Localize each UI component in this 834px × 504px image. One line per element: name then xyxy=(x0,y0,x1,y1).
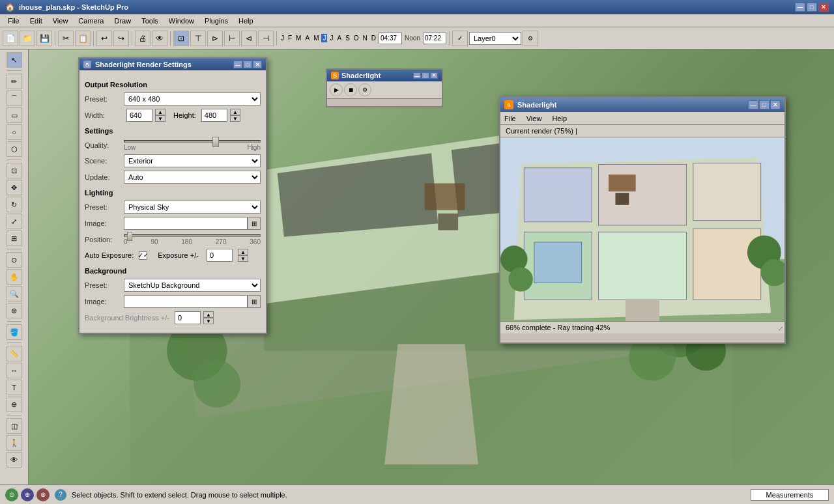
menu-help[interactable]: Help xyxy=(233,16,259,26)
shaderlight-mini-maximize[interactable]: □ xyxy=(422,72,429,79)
month-s[interactable]: S xyxy=(344,34,351,42)
timeline-time1[interactable] xyxy=(379,33,402,44)
minimize-button[interactable]: — xyxy=(795,3,805,12)
move-tool[interactable]: ✥ xyxy=(7,180,22,195)
view-right-button[interactable]: ⊢ xyxy=(224,31,240,46)
month-m[interactable]: M xyxy=(295,34,302,42)
circle-tool[interactable]: ○ xyxy=(7,124,22,140)
month-d[interactable]: D xyxy=(370,34,377,42)
status-icon-2[interactable]: ⊕ xyxy=(21,488,34,501)
width-down[interactable]: ▼ xyxy=(155,115,165,122)
polygon-tool[interactable]: ⬡ xyxy=(7,141,22,157)
print-button[interactable]: 🖨 xyxy=(135,31,151,46)
lighting-preset-select[interactable]: Physical Sky Artificial None xyxy=(124,201,261,214)
pencil-tool[interactable]: ✏ xyxy=(7,74,22,89)
view-iso-button[interactable]: ⊡ xyxy=(173,31,189,46)
axes-tool[interactable]: ⊕ xyxy=(7,397,22,412)
render-menu-help[interactable]: Help xyxy=(552,115,567,122)
menu-tools[interactable]: Tools xyxy=(136,16,164,26)
bg-brightness-up[interactable]: ▲ xyxy=(203,311,214,318)
pan-tool[interactable]: ✋ xyxy=(7,269,22,285)
month-a2[interactable]: A xyxy=(336,34,343,42)
redo-button[interactable]: ↪ xyxy=(113,31,129,46)
status-icon-3[interactable]: ⊗ xyxy=(36,488,50,501)
bg-brightness-input[interactable] xyxy=(175,311,201,324)
bg-browse-button[interactable]: ⊞ xyxy=(248,295,261,308)
cut-button[interactable]: ✂ xyxy=(58,31,74,46)
view-front-button[interactable]: ⊳ xyxy=(207,31,223,46)
push-pull-tool[interactable]: ⊡ xyxy=(7,163,22,178)
render-settings-close[interactable]: ✕ xyxy=(253,61,262,68)
dimension-tool[interactable]: ↔ xyxy=(7,363,22,378)
resolution-preset-select[interactable]: 640 x 480 800 x 600 1024 x 768 1280 x 72… xyxy=(124,92,261,105)
add-layer-button[interactable]: ⚙ xyxy=(523,31,538,46)
zoom-extents-tool[interactable]: ⊕ xyxy=(7,303,22,318)
undo-button[interactable]: ↩ xyxy=(96,31,112,46)
month-o[interactable]: O xyxy=(352,34,360,42)
position-slider-thumb[interactable] xyxy=(127,232,132,241)
render-menu-file[interactable]: File xyxy=(504,115,516,122)
height-down[interactable]: ▼ xyxy=(230,115,240,122)
update-select[interactable]: Auto Manual xyxy=(124,171,261,184)
layer-dropdown[interactable]: Layer0 xyxy=(469,32,521,45)
position-slider-track[interactable] xyxy=(124,234,261,237)
paint-bucket-tool[interactable]: 🪣 xyxy=(7,324,22,340)
open-button[interactable]: 📁 xyxy=(20,31,35,46)
print-preview-button[interactable]: 👁 xyxy=(152,31,167,46)
render-settings-minimize[interactable]: — xyxy=(233,61,242,68)
width-input[interactable] xyxy=(126,109,152,122)
orbit-tool[interactable]: ⊙ xyxy=(7,252,22,268)
text-tool[interactable]: T xyxy=(7,380,22,395)
view-top-button[interactable]: ⊤ xyxy=(190,31,206,46)
bg-image-input[interactable] xyxy=(124,295,248,308)
menu-camera[interactable]: Camera xyxy=(73,16,109,26)
main-render-minimize[interactable]: — xyxy=(748,100,758,109)
shaderlight-mini-close[interactable]: ✕ xyxy=(430,72,438,79)
render-menu-view[interactable]: View xyxy=(526,115,542,122)
render-play-button[interactable]: ▶ xyxy=(330,83,343,96)
tape-measure-tool[interactable]: 📏 xyxy=(7,346,22,361)
month-j3[interactable]: J xyxy=(328,34,334,42)
height-input[interactable] xyxy=(201,109,227,122)
rectangle-tool[interactable]: ▭ xyxy=(7,107,22,123)
quality-slider-track[interactable] xyxy=(124,140,261,143)
month-j[interactable]: J xyxy=(280,34,285,42)
height-up[interactable]: ▲ xyxy=(230,109,240,115)
bg-brightness-down[interactable]: ▼ xyxy=(203,318,214,324)
main-render-maximize[interactable]: □ xyxy=(759,100,769,109)
auto-exposure-checkbox[interactable]: ✓ xyxy=(139,251,147,260)
section-plane-tool[interactable]: ◫ xyxy=(7,418,22,434)
lighting-browse-button[interactable]: ⊞ xyxy=(248,217,261,230)
zoom-tool[interactable]: 🔍 xyxy=(7,286,22,301)
scene-select[interactable]: Exterior Interior xyxy=(124,154,261,167)
render-settings-maximize[interactable]: □ xyxy=(243,61,252,68)
menu-file[interactable]: File xyxy=(3,16,25,26)
main-render-close[interactable]: ✕ xyxy=(770,100,781,109)
width-up[interactable]: ▲ xyxy=(155,109,165,115)
view-back-button[interactable]: ⊲ xyxy=(241,31,257,46)
exposure-down[interactable]: ▼ xyxy=(238,255,248,262)
month-a1[interactable]: A xyxy=(304,34,311,42)
menu-view[interactable]: View xyxy=(48,16,74,26)
arc-tool[interactable]: ⌒ xyxy=(7,91,22,106)
exposure-input[interactable] xyxy=(207,249,233,262)
menu-draw[interactable]: Draw xyxy=(109,16,136,26)
menu-edit[interactable]: Edit xyxy=(25,16,48,26)
quality-slider-thumb[interactable] xyxy=(212,137,219,147)
walk-tool[interactable]: 🚶 xyxy=(7,435,22,451)
month-j2[interactable]: J xyxy=(321,34,327,42)
close-button[interactable]: ✕ xyxy=(818,3,829,12)
exposure-up[interactable]: ▲ xyxy=(238,249,248,255)
bg-preset-select[interactable]: SketchUp Background Physical Sky Color I… xyxy=(124,279,261,292)
month-f[interactable]: F xyxy=(287,34,293,42)
menu-window[interactable]: Window xyxy=(164,16,199,26)
timeline-time2[interactable] xyxy=(423,33,446,44)
shaderlight-mini-minimize[interactable]: — xyxy=(413,72,421,79)
render-settings-icon[interactable]: ⚙ xyxy=(358,83,371,96)
maximize-button[interactable]: □ xyxy=(807,3,817,12)
select-tool[interactable]: ↖ xyxy=(7,52,22,68)
month-n[interactable]: N xyxy=(362,34,369,42)
menu-plugins[interactable]: Plugins xyxy=(199,16,233,26)
scale-tool[interactable]: ⤢ xyxy=(7,214,22,229)
look-around-tool[interactable]: 👁 xyxy=(7,452,22,468)
